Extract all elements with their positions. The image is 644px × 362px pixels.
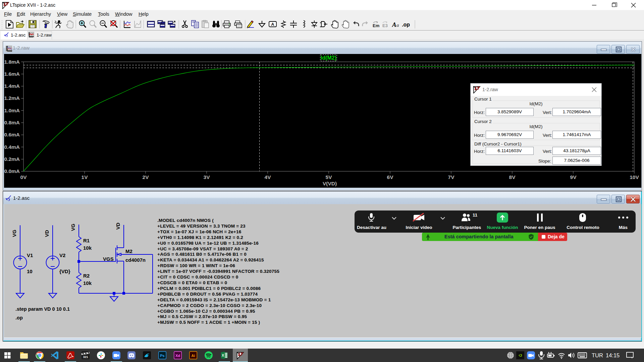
svg-text:0.6mA: 0.6mA bbox=[4, 132, 20, 137]
svg-text:V2: V2 bbox=[59, 252, 65, 258]
svg-text:10k: 10k bbox=[83, 245, 92, 251]
svg-text:9V: 9V bbox=[570, 174, 577, 180]
svg-text:VG: VG bbox=[11, 230, 17, 237]
svg-text:V1: V1 bbox=[27, 252, 33, 258]
svg-text:10V: 10V bbox=[630, 174, 639, 180]
svg-text:0.4mA: 0.4mA bbox=[4, 144, 20, 150]
svg-text:E3: E3 bbox=[382, 23, 388, 28]
svg-text:A: A bbox=[271, 22, 274, 27]
svg-text:{VD}: {VD} bbox=[59, 268, 70, 274]
svg-text:A: A bbox=[392, 21, 396, 28]
svg-text:M2: M2 bbox=[125, 248, 132, 254]
svg-text:321: 321 bbox=[83, 355, 88, 359]
svg-text:10k: 10k bbox=[83, 280, 92, 286]
svg-text:R2: R2 bbox=[83, 273, 90, 279]
svg-text:1.4mA: 1.4mA bbox=[4, 83, 20, 89]
svg-text:2V: 2V bbox=[143, 174, 149, 180]
svg-text:a: a bbox=[396, 22, 399, 28]
svg-text:1.8mA: 1.8mA bbox=[4, 59, 20, 65]
svg-text:Ps: Ps bbox=[160, 354, 164, 358]
svg-text:V(VD): V(VD) bbox=[323, 181, 337, 186]
svg-text:Xd: Xd bbox=[175, 354, 180, 358]
svg-text:7V: 7V bbox=[448, 174, 455, 180]
svg-text:6V: 6V bbox=[387, 174, 394, 180]
svg-text:VD: VD bbox=[44, 230, 50, 237]
svg-text:R1: R1 bbox=[83, 238, 90, 243]
svg-text:3V: 3V bbox=[204, 174, 210, 180]
svg-text:4V: 4V bbox=[265, 174, 271, 180]
svg-text:11: 11 bbox=[473, 213, 478, 218]
svg-text:VGS: VGS bbox=[103, 256, 114, 262]
svg-text:VD: VD bbox=[115, 223, 121, 230]
svg-text:Id(M2): Id(M2) bbox=[321, 55, 336, 61]
svg-text:X: X bbox=[222, 354, 224, 357]
svg-text:5V: 5V bbox=[326, 174, 332, 180]
svg-text:0.0mA: 0.0mA bbox=[4, 168, 20, 174]
svg-text:8V: 8V bbox=[509, 174, 516, 180]
svg-text:1V: 1V bbox=[82, 174, 88, 180]
svg-text:1.2mA: 1.2mA bbox=[4, 95, 20, 101]
svg-text:1.6mA: 1.6mA bbox=[4, 71, 20, 77]
svg-text:10: 10 bbox=[27, 268, 33, 274]
svg-text:1.0mA: 1.0mA bbox=[4, 108, 20, 113]
svg-text:Em: Em bbox=[373, 23, 379, 28]
svg-text:0.8mA: 0.8mA bbox=[4, 120, 20, 125]
svg-text:Ai: Ai bbox=[192, 354, 195, 358]
svg-text:0V: 0V bbox=[20, 174, 27, 180]
svg-text:.op: .op bbox=[402, 22, 410, 27]
svg-text:0.2mA: 0.2mA bbox=[4, 156, 20, 162]
svg-text:cd4007n: cd4007n bbox=[125, 257, 146, 263]
svg-text:VG: VG bbox=[70, 224, 76, 231]
